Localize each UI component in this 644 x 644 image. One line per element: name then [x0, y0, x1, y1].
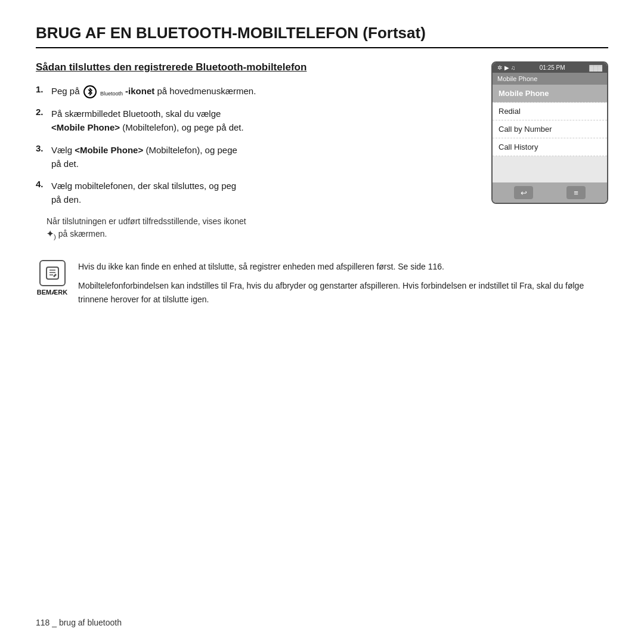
step-1: 1. Peg på Bluetooth -ikonet på hovedmenu… [36, 84, 473, 98]
phone-status-bar: ✲ ▶ ♫ 01:25 PM ▓▓▓ [493, 63, 607, 73]
note-pencil-icon [45, 265, 60, 281]
footer: 118 _ brug af bluetooth [36, 618, 122, 627]
subnote-icon: ✦ [47, 229, 54, 239]
note-block: BEMÆRK Hvis du ikke kan finde en enhed a… [36, 260, 608, 306]
phone-header: Mobile Phone [493, 73, 607, 85]
step-3-num: 3. [36, 143, 47, 153]
phone-menu-mobile-phone[interactable]: Mobile Phone [493, 85, 607, 103]
step-2: 2. På skærmbilledet Bluetooth, skal du v… [36, 107, 473, 135]
phone-back-button[interactable]: ↩ [514, 186, 533, 199]
phone-status-time: 01:25 PM [540, 64, 565, 71]
phone-menu-call-by-number[interactable]: Call by Number [493, 120, 607, 138]
note-icon-area: BEMÆRK [36, 260, 69, 296]
note-icon-box [39, 260, 66, 286]
step-3-text: Vælg <Mobile Phone> (Mobiltelefon), og p… [51, 143, 237, 171]
section-title: Sådan tilsluttes den registrerede Blueto… [36, 61, 473, 73]
page: BRUG AF EN BLUETOOTH-MOBILTELEFON (Forts… [0, 0, 644, 644]
svg-rect-0 [47, 267, 58, 279]
phone-mockup: ✲ ▶ ♫ 01:25 PM ▓▓▓ Mobile Phone Mobile P… [491, 61, 608, 204]
step-3-bold: <Mobile Phone> [75, 145, 143, 155]
note-text: Hvis du ikke kan finde en enhed at tilsl… [78, 260, 608, 306]
steps-list: 1. Peg på Bluetooth -ikonet på hovedmenu… [36, 84, 473, 207]
step-1-num: 1. [36, 84, 47, 94]
step-4: 4. Vælg mobiltelefonen, der skal tilslut… [36, 179, 473, 207]
step-4-num: 4. [36, 179, 47, 189]
main-title: BRUG AF EN BLUETOOTH-MOBILTELEFON (Forts… [36, 24, 608, 48]
step-1-bold: -ikonet [125, 86, 154, 96]
step-2-bold: <Mobile Phone> [51, 122, 120, 132]
step-2-num: 2. [36, 107, 47, 117]
content-area: Sådan tilsluttes den registrerede Blueto… [36, 61, 608, 242]
note-line-2: Mobiltelefonforbindelsen kan indstilles … [78, 279, 608, 306]
phone-menu-button[interactable]: ≡ [566, 186, 586, 199]
subnote: Når tilslutningen er udført tilfredsstil… [47, 215, 473, 243]
status-play: ▶ ♫ [504, 64, 515, 71]
step-3: 3. Vælg <Mobile Phone> (Mobiltelefon), o… [36, 143, 473, 171]
phone-empty-space [493, 156, 607, 180]
bluetooth-status-icon: ✲ [497, 64, 502, 71]
phone-bottom-bar: ↩ ≡ [493, 182, 607, 203]
bluetooth-icon [83, 85, 97, 98]
step-1-text: Peg på Bluetooth -ikonet på hovedmenuskæ… [51, 84, 256, 98]
phone-menu-call-history[interactable]: Call History [493, 138, 607, 156]
step-2-text: På skærmbilledet Bluetooth, skal du vælg… [51, 107, 244, 135]
left-content: Sådan tilsluttes den registrerede Blueto… [36, 61, 473, 242]
phone-battery: ▓▓▓ [589, 64, 602, 71]
step-4-text: Vælg mobiltelefonen, der skal tilsluttes… [51, 179, 236, 207]
note-label: BEMÆRK [37, 289, 67, 296]
phone-menu-redial[interactable]: Redial [493, 103, 607, 120]
note-line-1: Hvis du ikke kan finde en enhed at tilsl… [78, 260, 608, 273]
bluetooth-label: Bluetooth [100, 91, 123, 97]
phone-status-left: ✲ ▶ ♫ [497, 64, 515, 71]
